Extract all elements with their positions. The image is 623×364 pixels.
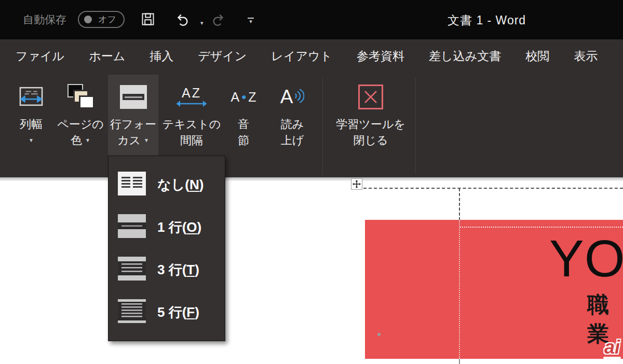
focus-five-lines-icon xyxy=(118,299,146,325)
undo-button[interactable] xyxy=(173,11,191,29)
text-spacing-label-2: 間隔 xyxy=(180,132,203,148)
page-color-label-2: 色 xyxy=(71,132,82,148)
save-icon xyxy=(141,12,155,29)
watermark-text: ai xyxy=(603,338,621,357)
dropdown-arrow-icon: ▼ xyxy=(144,132,149,148)
close-learning-tools-button[interactable]: 学習ツールを 閉じる xyxy=(326,75,415,156)
syllables-button[interactable]: A•Z 音 節 xyxy=(222,75,265,156)
ribbon: 列幅 ▼ ページの 色 ▼ 行フォー カス xyxy=(0,73,623,177)
redo-button[interactable] xyxy=(210,11,227,29)
site-watermark: ai xyxy=(603,338,621,359)
autosave-label: 自動保存 xyxy=(23,12,66,27)
syllables-label: 音 xyxy=(238,116,249,132)
line-focus-label-2: カス xyxy=(117,132,141,148)
column-width-label: 列幅 xyxy=(20,116,43,132)
document-area[interactable]: YOS 職業 ai xyxy=(0,177,623,364)
tab-review[interactable]: 校閲 xyxy=(525,48,549,64)
tab-file[interactable]: ファイル xyxy=(16,48,64,64)
line-focus-button[interactable]: 行フォー カス ▼ xyxy=(108,75,158,156)
ribbon-group-separator xyxy=(415,78,416,174)
tab-references[interactable]: 参考資料 xyxy=(357,48,404,64)
read-aloud-button[interactable]: A 読み 上げ xyxy=(264,75,321,156)
text-spacing-label: テキストの xyxy=(162,116,221,132)
syllables-icon: A•Z xyxy=(231,78,256,116)
window-title: 文書 1 - Word xyxy=(448,12,526,29)
table-column-divider-dashed xyxy=(459,188,460,220)
column-width-icon xyxy=(19,78,44,116)
word-window: 自動保存 オフ ▾ xyxy=(0,0,623,364)
focus-one-line-icon xyxy=(118,214,146,240)
title-bar: 自動保存 オフ ▾ xyxy=(0,0,623,39)
redo-icon xyxy=(211,12,226,29)
toggle-knob-icon xyxy=(84,16,92,23)
focus-three-lines-icon xyxy=(118,257,146,283)
text-spacing-icon: AZ xyxy=(175,78,208,116)
tab-layout[interactable]: レイアウト xyxy=(271,48,332,64)
document-heading-text: YOS xyxy=(549,231,623,286)
undo-icon xyxy=(175,12,189,29)
read-aloud-label: 読み xyxy=(281,116,304,132)
cursor-dot xyxy=(377,333,381,336)
close-learning-tools-label-2: 閉じる xyxy=(353,132,388,148)
menu-item-five-lines[interactable]: 5 行(F) xyxy=(109,291,225,333)
close-learning-tools-label: 学習ツールを xyxy=(336,116,405,132)
read-aloud-label-2: 上げ xyxy=(281,132,304,148)
menu-item-none[interactable]: なし(N) xyxy=(109,163,225,206)
ribbon-shadow xyxy=(0,177,623,181)
save-button[interactable] xyxy=(139,11,157,29)
text-spacing-button[interactable]: AZ テキストの 間隔 xyxy=(160,75,223,156)
page-color-label: ページの xyxy=(57,116,104,132)
syllables-label-2: 節 xyxy=(238,132,249,148)
dropdown-arrow-icon: ▼ xyxy=(29,132,34,148)
tab-insert[interactable]: 挿入 xyxy=(150,48,173,64)
red-shaded-table-cell[interactable]: YOS 職業 ai xyxy=(365,220,623,359)
close-learning-tools-icon xyxy=(358,78,383,116)
line-focus-dropdown-menu: なし(N) 1 行(O) 3 xyxy=(108,156,225,341)
dropdown-arrow-icon: ▼ xyxy=(85,132,90,148)
undo-dropdown-arrow[interactable]: ▾ xyxy=(200,20,204,26)
move-cross-icon xyxy=(353,180,361,188)
tab-mailings[interactable]: 差し込み文書 xyxy=(429,48,501,64)
ribbon-group-separator xyxy=(322,78,323,174)
line-focus-label: 行フォー xyxy=(110,116,156,132)
autosave-state: オフ xyxy=(98,13,116,25)
tab-view[interactable]: 表示 xyxy=(574,48,598,64)
cell-divider-dotted xyxy=(459,220,460,359)
line-focus-icon xyxy=(120,78,147,116)
focus-none-icon xyxy=(118,172,146,198)
table-column-divider-dashed-bottom xyxy=(459,359,460,364)
table-move-handle[interactable] xyxy=(351,178,362,190)
menu-item-one-line[interactable]: 1 行(O) xyxy=(109,206,225,248)
page-color-icon xyxy=(66,78,94,116)
column-width-button[interactable]: 列幅 ▼ xyxy=(7,75,55,156)
tab-design[interactable]: デザイン xyxy=(198,48,247,64)
cell-border-dotted xyxy=(460,227,623,228)
page-color-button[interactable]: ページの 色 ▼ xyxy=(55,75,106,156)
customize-quick-access-icon: ▾ xyxy=(248,18,254,23)
tab-home[interactable]: ホーム xyxy=(89,48,125,64)
customize-quick-access-button[interactable]: ▾ xyxy=(242,11,260,29)
menu-item-three-lines[interactable]: 3 行(T) xyxy=(109,248,225,291)
autosave-toggle[interactable]: オフ xyxy=(78,11,125,28)
read-aloud-icon: A xyxy=(280,78,305,116)
ribbon-tab-row: ファイル ホーム 挿入 デザイン レイアウト 参考資料 差し込み文書 校閲 表示 xyxy=(0,39,623,73)
table-border-top-dashed xyxy=(363,188,623,189)
